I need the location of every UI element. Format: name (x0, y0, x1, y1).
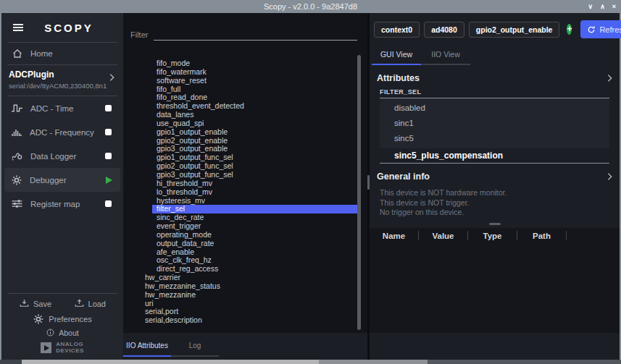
maximize-icon[interactable]: ∧ (600, 3, 605, 10)
tree-item-gpio1-output-enable[interactable]: gpio1_output_enable (152, 128, 367, 137)
general-info-header-label: General info (377, 172, 430, 182)
tab-iio-attributes[interactable]: IIO Attributes (123, 337, 171, 357)
save-button[interactable]: Save (19, 298, 51, 309)
refresh-icon (587, 25, 596, 34)
splitter-handle[interactable] (489, 223, 501, 225)
filter-sel-option-sinc1[interactable]: sinc1 (380, 116, 609, 131)
window-title: Scopy - v2.0.0 - 9a2847d8 (264, 2, 357, 11)
iio-attribute-tree: fifo_modefifo_watermarksoftware_resetfif… (123, 49, 367, 333)
chevron-right-icon (607, 74, 612, 82)
adi-logo-icon (41, 342, 51, 353)
sidebar-item-debugger[interactable]: Debugger (4, 168, 120, 192)
panel-splitter-handle[interactable] (367, 175, 370, 190)
detach-indicator[interactable] (105, 105, 112, 111)
tree-item-direct-reg-access[interactable]: direct_reg_access (152, 265, 367, 274)
save-label: Save (33, 300, 51, 308)
attributes-header-label: Attributes (377, 73, 420, 83)
close-icon[interactable]: × (612, 3, 616, 10)
iio-explorer-panel: Filter fifo_modefifo_watermarksoftware_r… (123, 13, 367, 360)
about-label: About (59, 329, 78, 337)
waveform-icon (11, 102, 23, 114)
table-body (370, 244, 620, 334)
filter-input[interactable] (154, 29, 357, 41)
chevron-right-icon[interactable] (109, 73, 114, 82)
sidebar-header: SCOPY (1, 13, 123, 42)
add-button[interactable]: + (567, 24, 572, 35)
breadcrumb-chips: context0ad4080gpio2_output_enable (374, 22, 559, 38)
sidebar-item-label: Data Logger (30, 152, 76, 161)
tab-iio-view[interactable]: IIO View (421, 45, 470, 65)
tree-item-lo-threshold-mv[interactable]: lo_threshold_mv (152, 188, 367, 197)
running-indicator (106, 177, 112, 184)
gear-icon (11, 174, 22, 186)
tree-item-serial-description[interactable]: serial,description (141, 316, 367, 325)
sidebar-spacer (1, 216, 123, 293)
column-header-name[interactable]: Name (370, 232, 418, 240)
attributes-section-header[interactable]: Attributes (377, 69, 612, 87)
tree-item-software-reset[interactable]: software_reset (152, 77, 367, 85)
breadcrumb-ad4080[interactable]: ad4080 (424, 22, 464, 38)
tree-item-operating-mode[interactable]: operating_mode (152, 231, 367, 240)
plugin-name: ADCPlugin (9, 69, 116, 80)
plugin-serial: serial:/dev/ttyACM0,230400,8n1 (9, 82, 116, 90)
sidebar-tool-list: ADC - TimeADC - FrequencyData LoggerDebu… (1, 96, 123, 216)
refresh-button[interactable]: Refresh (580, 20, 621, 38)
main-area: SCOPY Home ADCPlugin serial:/dev/ttyACM0… (1, 13, 620, 360)
filter-sel-field: FILTER_SEL disabledsinc1sinc5 sinc5_plus… (380, 88, 609, 164)
about-button[interactable]: About (1, 325, 123, 337)
sidebar-item-home[interactable]: Home (1, 43, 123, 64)
sidebar-item-label: Register map (30, 200, 80, 208)
filter-sel-selected-value[interactable]: sinc5_plus_compensation (380, 148, 609, 164)
column-header-value[interactable]: Value (419, 232, 467, 240)
watch-table: NameValueTypePath (370, 228, 620, 334)
column-header-type[interactable]: Type (468, 232, 517, 240)
tab-gui-view[interactable]: GUI View (372, 45, 421, 65)
sidebar-item-adc-frequency[interactable]: ADC - Frequency (4, 120, 120, 144)
load-button[interactable]: Load (74, 298, 106, 309)
view-tab-bar: GUI ViewIIO View (372, 45, 620, 65)
table-header-row: NameValueTypePath (370, 228, 620, 244)
breadcrumb-gpio2-output-enable[interactable]: gpio2_output_enable (469, 22, 560, 38)
sidebar-item-label: ADC - Frequency (30, 128, 94, 137)
home-icon (12, 48, 23, 59)
detach-indicator[interactable] (105, 153, 112, 159)
sidebar-item-label: ADC - Time (30, 104, 73, 113)
frequency-bars-icon (11, 127, 22, 138)
filter-sel-option-disabled[interactable]: disabled (380, 101, 609, 116)
column-separator (566, 231, 567, 240)
filter-sel-dropdown: disabledsinc1sinc5 (380, 98, 609, 148)
sidebar-item-register-map[interactable]: Register map (4, 192, 120, 216)
tree-item-hi-threshold-mv[interactable]: hi_threshold_mv (152, 179, 367, 188)
tree-item-fifo-watermark[interactable]: fifo_watermark (152, 68, 367, 77)
adi-logo-text: ANALOG DEVICES (56, 342, 84, 354)
sidebar-item-adcplugin[interactable]: ADCPlugin serial:/dev/ttyACM0,230400,8n1 (1, 65, 123, 96)
filter-sel-label: FILTER_SEL (380, 88, 609, 98)
sidebar-item-adc-time[interactable]: ADC - Time (4, 96, 120, 120)
sliders-icon (11, 198, 23, 210)
detail-panel-footer (370, 333, 620, 360)
detach-indicator[interactable] (105, 129, 112, 135)
column-header-path[interactable]: Path (517, 232, 566, 240)
tab-log[interactable]: Log (171, 337, 219, 357)
sidebar-item-label: Debugger (30, 176, 67, 185)
general-info-section-header[interactable]: General info (377, 168, 612, 185)
minimize-icon[interactable]: ∨ (588, 3, 593, 10)
datalogger-icon (11, 150, 23, 162)
save-icon (19, 298, 30, 309)
preferences-button[interactable]: Preferences (1, 309, 123, 325)
analog-devices-logo: ANALOG DEVICES (1, 337, 123, 360)
sidebar-item-label: Home (30, 49, 53, 58)
filter-sel-option-sinc5[interactable]: sinc5 (380, 131, 609, 146)
info-line: This device is NOT hardware monitor. (380, 188, 609, 198)
menu-icon[interactable] (12, 22, 25, 33)
info-line: No trigger on this device. (380, 208, 609, 218)
breadcrumb-context0[interactable]: context0 (374, 22, 420, 38)
tree-item-use-quad-spi[interactable]: use_quad_spi (152, 119, 367, 128)
window-controls: ∨ ∧ × (588, 0, 616, 13)
scrollbar-thumb[interactable] (357, 55, 361, 330)
tree-item-hw-mezzanine-status[interactable]: hw_mezzanine_status (141, 282, 367, 291)
tree-item-output-data-rate[interactable]: output_data_rate (152, 240, 367, 248)
tree-item-hw-mezzanine[interactable]: hw_mezzanine (141, 291, 367, 300)
sidebar-item-data-logger[interactable]: Data Logger (4, 144, 120, 168)
detach-indicator[interactable] (105, 200, 112, 207)
